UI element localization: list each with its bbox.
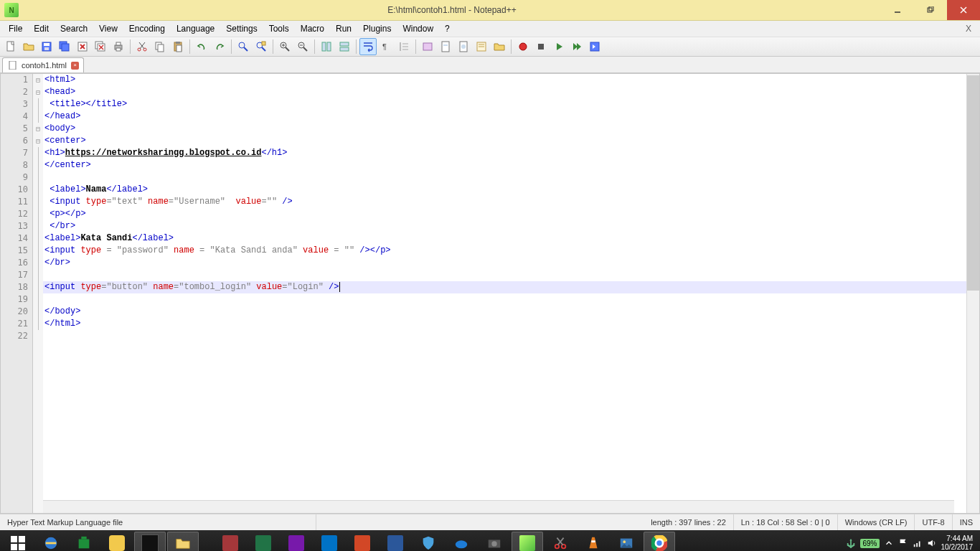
taskbar-camera-icon[interactable] bbox=[479, 532, 510, 551]
menu-search[interactable]: Search bbox=[55, 22, 93, 36]
sync-h-icon[interactable] bbox=[336, 38, 353, 55]
taskbar-onedrive-icon[interactable] bbox=[446, 532, 477, 551]
maximize-button[interactable] bbox=[914, 0, 947, 20]
svg-rect-5 bbox=[7, 42, 14, 51]
status-eol[interactable]: Windows (CR LF) bbox=[838, 514, 915, 530]
redo-icon[interactable] bbox=[211, 38, 228, 55]
menu-edit[interactable]: Edit bbox=[28, 22, 55, 36]
window-title: E:\html\contoh1.html - Notepad++ bbox=[23, 5, 881, 15]
play-multi-icon[interactable] bbox=[568, 38, 585, 55]
status-encoding[interactable]: UTF-8 bbox=[915, 514, 952, 530]
copy-icon[interactable] bbox=[151, 38, 169, 55]
menu-bar: File Edit Search View Encoding Language … bbox=[0, 21, 980, 37]
taskbar-access-icon[interactable] bbox=[215, 532, 246, 551]
svg-rect-45 bbox=[340, 47, 349, 51]
wordwrap-icon[interactable] bbox=[359, 38, 377, 55]
tray-battery[interactable]: 69% bbox=[860, 539, 879, 548]
menu-file[interactable]: File bbox=[3, 22, 28, 36]
tray-usb-icon[interactable] bbox=[846, 538, 856, 548]
taskbar-app1-icon[interactable] bbox=[101, 532, 133, 551]
indent-guide-icon[interactable] bbox=[395, 38, 413, 55]
new-file-icon[interactable] bbox=[2, 38, 19, 55]
svg-rect-20 bbox=[116, 48, 121, 51]
taskbar-explorer-icon[interactable] bbox=[167, 532, 199, 551]
taskbar-word-icon[interactable] bbox=[380, 532, 411, 551]
svg-rect-53 bbox=[443, 44, 448, 46]
menu-plugins[interactable]: Plugins bbox=[357, 22, 397, 36]
close-all-icon[interactable] bbox=[92, 38, 109, 55]
save-macro-icon[interactable] bbox=[586, 38, 603, 55]
taskbar-vlc-icon[interactable] bbox=[578, 532, 609, 551]
svg-point-75 bbox=[623, 540, 626, 543]
windows-taskbar: 69% 7:44 AM 10/2/2017 bbox=[0, 530, 980, 551]
menu-language[interactable]: Language bbox=[171, 22, 220, 36]
taskbar-store-icon[interactable] bbox=[68, 532, 100, 551]
app-icon: N bbox=[4, 3, 19, 17]
taskbar-cmd-icon[interactable] bbox=[134, 532, 166, 551]
svg-rect-8 bbox=[44, 47, 49, 50]
taskbar-onenote-icon[interactable] bbox=[281, 532, 312, 551]
find-icon[interactable] bbox=[235, 38, 252, 55]
tab-close-icon[interactable]: × bbox=[71, 62, 79, 70]
record-macro-icon[interactable] bbox=[514, 38, 532, 55]
replace-icon[interactable] bbox=[253, 38, 270, 55]
taskbar-excel-icon[interactable] bbox=[248, 532, 279, 551]
status-ins[interactable]: INS bbox=[953, 514, 980, 530]
start-button[interactable] bbox=[1, 530, 34, 551]
minimize-button[interactable] bbox=[881, 0, 914, 20]
show-all-chars-icon[interactable]: ¶ bbox=[377, 38, 395, 55]
close-button[interactable] bbox=[947, 0, 980, 20]
tray-clock[interactable]: 7:44 AM 10/2/2017 bbox=[941, 534, 974, 551]
taskbar-photos-icon[interactable] bbox=[611, 532, 642, 551]
menu-close-doc[interactable]: X bbox=[960, 24, 977, 34]
sync-v-icon[interactable] bbox=[318, 38, 335, 55]
svg-rect-73 bbox=[591, 540, 595, 542]
save-all-icon[interactable] bbox=[56, 38, 73, 55]
cut-icon[interactable] bbox=[133, 38, 151, 55]
tray-flag-icon[interactable] bbox=[898, 538, 908, 548]
doc-map2-icon[interactable] bbox=[455, 38, 472, 55]
taskbar-chrome-icon[interactable] bbox=[644, 532, 675, 551]
menu-macro[interactable]: Macro bbox=[295, 22, 330, 36]
undo-icon[interactable] bbox=[193, 38, 210, 55]
tab-contoh1[interactable]: contoh1.html × bbox=[2, 57, 84, 72]
udl-icon[interactable] bbox=[419, 38, 436, 55]
horizontal-scrollbar[interactable] bbox=[43, 500, 954, 513]
code-area[interactable]: <html> <head> <title></title> </head> <b… bbox=[43, 74, 966, 513]
status-position: Ln : 18 Col : 58 Sel : 0 | 0 bbox=[734, 514, 838, 530]
svg-rect-52 bbox=[442, 42, 449, 52]
zoom-out-icon[interactable] bbox=[294, 38, 311, 55]
taskbar-defender-icon[interactable] bbox=[413, 532, 444, 551]
taskbar-outlook-icon[interactable] bbox=[314, 532, 345, 551]
menu-tools[interactable]: Tools bbox=[263, 22, 295, 36]
menu-view[interactable]: View bbox=[93, 22, 123, 36]
tray-network-icon[interactable] bbox=[913, 538, 923, 548]
svg-rect-29 bbox=[176, 45, 182, 52]
svg-rect-43 bbox=[327, 42, 331, 51]
close-file-icon[interactable] bbox=[74, 38, 91, 55]
menu-encoding[interactable]: Encoding bbox=[123, 22, 171, 36]
taskbar-snipping-icon[interactable] bbox=[545, 532, 576, 551]
play-macro-icon[interactable] bbox=[550, 38, 567, 55]
menu-window[interactable]: Window bbox=[397, 22, 439, 36]
taskbar-ie-icon[interactable] bbox=[35, 532, 67, 551]
print-icon[interactable] bbox=[110, 38, 127, 55]
save-icon[interactable] bbox=[38, 38, 55, 55]
taskbar-notepadpp-icon[interactable] bbox=[512, 532, 543, 551]
taskbar-powerpoint-icon[interactable] bbox=[347, 532, 378, 551]
doc-map-icon[interactable] bbox=[437, 38, 454, 55]
open-file-icon[interactable] bbox=[20, 38, 37, 55]
menu-help[interactable]: ? bbox=[439, 22, 456, 36]
tray-up-icon[interactable] bbox=[884, 538, 894, 548]
folder-icon[interactable] bbox=[491, 38, 508, 55]
svg-text:¶: ¶ bbox=[382, 42, 387, 51]
svg-point-55 bbox=[461, 44, 466, 49]
paste-icon[interactable] bbox=[169, 38, 187, 55]
tray-volume-icon[interactable] bbox=[927, 538, 937, 548]
zoom-in-icon[interactable] bbox=[276, 38, 293, 55]
vertical-scrollbar[interactable] bbox=[966, 74, 979, 513]
stop-macro-icon[interactable] bbox=[532, 38, 550, 55]
func-list-icon[interactable] bbox=[473, 38, 490, 55]
menu-settings[interactable]: Settings bbox=[220, 22, 263, 36]
menu-run[interactable]: Run bbox=[330, 22, 357, 36]
